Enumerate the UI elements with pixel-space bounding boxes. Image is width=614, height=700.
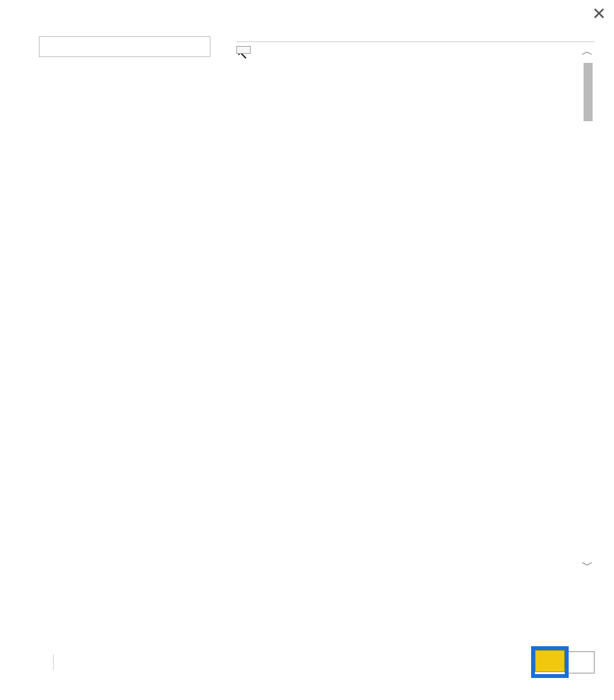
scroll-up-icon[interactable]: ︿ — [580, 43, 595, 59]
dialog-footer — [39, 650, 595, 674]
cancel-button[interactable] — [565, 651, 595, 673]
close-icon[interactable]: ✕ — [592, 5, 606, 22]
connect-button-highlight — [535, 650, 565, 674]
left-panel — [39, 36, 223, 574]
right-panel: ↖ ︿ ﹀ — [236, 36, 595, 574]
connect-button[interactable] — [535, 650, 565, 672]
scrollbar[interactable]: ︿ ﹀ — [580, 43, 595, 573]
folder-tooltip — [236, 46, 251, 54]
connector-list-wrap: ↖ ︿ ﹀ — [236, 41, 595, 574]
get-data-dialog: ✕ ↖ ︿ ﹀ — [19, 0, 614, 700]
footer-separator — [53, 655, 54, 670]
dialog-body: ↖ ︿ ﹀ — [39, 36, 595, 574]
scroll-thumb[interactable] — [584, 63, 593, 121]
connector-list — [236, 42, 580, 46]
scroll-down-icon[interactable]: ﹀ — [580, 557, 595, 573]
search-input[interactable] — [39, 36, 210, 57]
